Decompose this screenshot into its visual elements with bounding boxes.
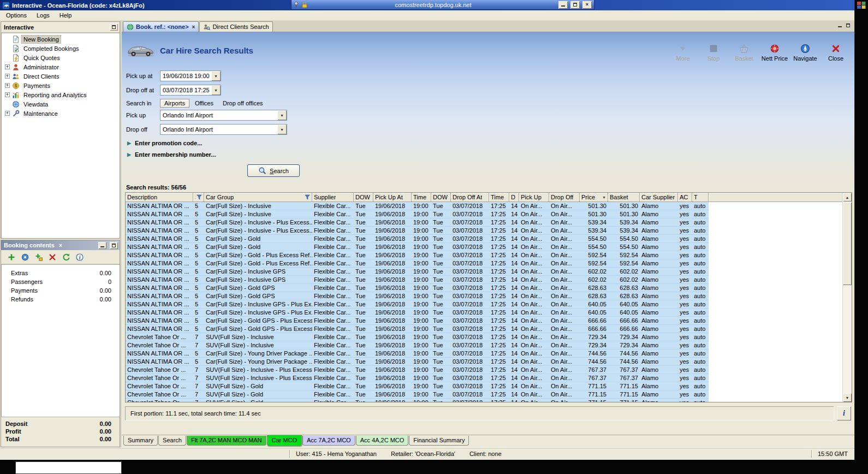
column-header[interactable]: Time ▼ [412, 193, 431, 202]
chevron-down-icon[interactable]: ▼ [211, 85, 221, 95]
table-row[interactable]: Chevrolet Tahoe Or ... 7 SUV(Full Size) … [126, 399, 842, 402]
search-in-offices[interactable]: Offices [191, 99, 217, 108]
table-row[interactable]: NISSAN ALTIMA OR ... 5 Car(Full Size) - … [126, 243, 842, 251]
table-row[interactable]: Chevrolet Tahoe Or ... 7 SUV(Full Size) … [126, 333, 842, 341]
table-row[interactable]: NISSAN ALTIMA OR ... 5 Car(Full Size) - … [126, 358, 842, 366]
tree-expander-icon[interactable]: + [5, 74, 10, 79]
column-header[interactable]: Time ▼ [489, 193, 509, 202]
column-header[interactable]: DOW ▼ [354, 193, 373, 202]
close-button[interactable]: Close [821, 42, 851, 63]
refresh-button[interactable] [62, 253, 70, 261]
table-row[interactable]: NISSAN ALTIMA OR ... 5 Car(Full Size) - … [126, 292, 842, 300]
tab-direct-clients-search[interactable]: Direct Clients Search × [199, 21, 272, 32]
pin-icon[interactable] [294, 1, 299, 8]
booking-contents-titlebar[interactable]: Booking contents × [1, 240, 120, 250]
table-row[interactable]: NISSAN ALTIMA OR ... 5 Car(Full Size) - … [126, 309, 842, 317]
table-row[interactable]: NISSAN ALTIMA OR ... 5 Car(Full Size) - … [126, 349, 842, 358]
basket-button[interactable]: Basket [729, 42, 759, 63]
table-row[interactable]: NISSAN ALTIMA OR ... 5 Car(Full Size) - … [126, 227, 842, 235]
sidebar-item-completed-bookings[interactable]: + Completed Bookings [1, 44, 120, 53]
column-header[interactable]: Drop Off ▼ [549, 193, 580, 202]
tree-expander-icon[interactable]: + [5, 92, 10, 97]
bottom-tab-financial-summary[interactable]: Financial Summary [409, 436, 469, 446]
more-button[interactable]: More [668, 42, 698, 63]
column-header[interactable]: S ▼ [193, 193, 204, 202]
column-header[interactable]: Description ▼ [126, 193, 193, 202]
panel-maximize-button[interactable] [110, 242, 118, 249]
chevron-down-icon[interactable]: ▼ [277, 110, 287, 120]
add-button[interactable] [8, 253, 15, 261]
sidebar-item-viewdata[interactable]: + Viewdata [1, 99, 120, 109]
filter-funnel-icon[interactable] [305, 194, 310, 200]
bottom-tab-car[interactable]: Car MCO [267, 435, 302, 446]
tree-expander-icon[interactable]: + [5, 64, 10, 69]
search-button[interactable]: Search Search [247, 164, 300, 177]
rdp-close-button[interactable]: × [582, 1, 592, 9]
view-button[interactable] [21, 253, 29, 261]
stop-button[interactable]: Stop [698, 42, 729, 63]
promo-code-expander[interactable]: ▶ Enter promotion code... [127, 140, 851, 146]
sidebar-item-administrator[interactable]: + Administrator [1, 62, 120, 72]
filter-funnel-icon[interactable] [197, 194, 202, 200]
menu-logs[interactable]: Logs [32, 11, 55, 20]
rdp-connection-bar[interactable]: comostreetrdp.topdog.uk.net × [291, 0, 594, 10]
column-header[interactable]: Car Group ▼ [204, 193, 312, 202]
column-header[interactable]: Car Supplier ▼ [640, 193, 678, 202]
vertical-scrollbar[interactable]: ▲ ▼ [842, 193, 852, 402]
background-window-fragment[interactable] [15, 461, 122, 474]
bottom-tab-flight[interactable]: Flt 7A,2C MAN MCO MAN [187, 436, 266, 446]
pickup-datetime-combo[interactable]: 19/06/2018 19:00 ▼ [160, 70, 221, 81]
table-row[interactable]: Chevrolet Tahoe Or ... 7 SUV(Full Size) … [126, 366, 842, 374]
sidebar-item-reporting-analytics[interactable]: + Reporting and Analytics [1, 90, 120, 99]
table-row[interactable]: NISSAN ALTIMA OR ... 5 Car(Full Size) - … [126, 218, 842, 227]
chevron-down-icon[interactable]: ▼ [211, 71, 221, 81]
bottom-tab-acc-4a[interactable]: Acc 4A,2C MCO [356, 436, 409, 446]
search-in-drop-off-offices[interactable]: Drop off offices [219, 99, 267, 108]
scrollbar-thumb[interactable] [843, 202, 852, 285]
column-header[interactable]: Pick Up At ▼ [373, 193, 412, 202]
table-row[interactable]: NISSAN ALTIMA OR ... 5 Car(Full Size) - … [126, 284, 842, 292]
column-header[interactable]: Pick Up ▼ [519, 193, 549, 202]
delete-button[interactable] [49, 253, 56, 261]
sidebar-item-direct-clients[interactable]: + Direct Clients [1, 72, 120, 81]
rdp-minimize-button[interactable] [558, 1, 568, 9]
rdp-restore-button[interactable] [570, 1, 580, 9]
membership-expander[interactable]: ▶ Enter membership number... [127, 151, 851, 158]
menu-options[interactable]: Options [1, 11, 32, 20]
table-row[interactable]: NISSAN ALTIMA OR ... 5 Car(Full Size) - … [126, 317, 842, 325]
sidebar-item-payments[interactable]: + Payments [1, 81, 120, 90]
table-row[interactable]: NISSAN ALTIMA OR ... 5 Car(Full Size) - … [126, 259, 842, 268]
table-row[interactable]: Chevrolet Tahoe Or ... 7 SUV(Full Size) … [126, 390, 842, 399]
column-header[interactable]: AC ▼ [678, 193, 692, 202]
search-in-airports[interactable]: Airports [160, 99, 189, 108]
bottom-tab-summary[interactable]: Summary [123, 436, 158, 446]
bottom-tab-acc-7a[interactable]: Acc 7A,2C MCO [302, 436, 355, 446]
table-row[interactable]: NISSAN ALTIMA OR ... 5 Car(Full Size) - … [126, 268, 842, 276]
column-header[interactable]: D ▼ [509, 193, 519, 202]
mdi-restore-icon[interactable] [846, 23, 850, 27]
panel-collapse-button[interactable] [110, 23, 118, 31]
pickup-location-combo[interactable]: Orlando Intl Airport ▼ [160, 110, 287, 121]
table-row[interactable]: Chevrolet Tahoe Or ... 7 SUV(Full Size) … [126, 374, 842, 382]
panel-close-icon[interactable]: × [58, 242, 63, 248]
sidebar-item-maintenance[interactable]: + Maintenance [1, 109, 120, 118]
column-header[interactable]: Price ▼ [580, 193, 608, 202]
tab-booking-ref[interactable]: Book. ref.: <none> × [123, 21, 199, 32]
table-row[interactable]: NISSAN ALTIMA OR ... 5 Car(Full Size) - … [126, 276, 842, 284]
desktop-shortcut-icon[interactable] [857, 1, 866, 9]
table-row[interactable]: Chevrolet Tahoe Or ... 7 SUV(Full Size) … [126, 341, 842, 349]
table-row[interactable]: NISSAN ALTIMA OR ... 5 Car(Full Size) - … [126, 251, 842, 259]
table-row[interactable]: Chevrolet Tahoe Or ... 7 SUV(Full Size) … [126, 382, 842, 390]
mdi-minimize-icon[interactable] [838, 23, 842, 27]
tab-close-icon[interactable]: × [191, 24, 195, 30]
column-header[interactable]: Supplier ▼ [312, 193, 354, 202]
nett-price-button[interactable]: Nett Price [759, 42, 790, 63]
table-row[interactable]: NISSAN ALTIMA OR ... 5 Car(Full Size) - … [126, 325, 842, 333]
tree-expander-icon[interactable]: + [5, 111, 10, 116]
menu-help[interactable]: Help [55, 11, 77, 20]
add-extra-button[interactable] [35, 253, 43, 261]
scroll-up-icon[interactable]: ▲ [843, 193, 852, 202]
table-row[interactable]: NISSAN ALTIMA OR ... 5 Car(Full Size) - … [126, 235, 842, 243]
scroll-down-icon[interactable]: ▼ [843, 393, 852, 402]
column-header[interactable]: T ▼ [692, 193, 709, 202]
